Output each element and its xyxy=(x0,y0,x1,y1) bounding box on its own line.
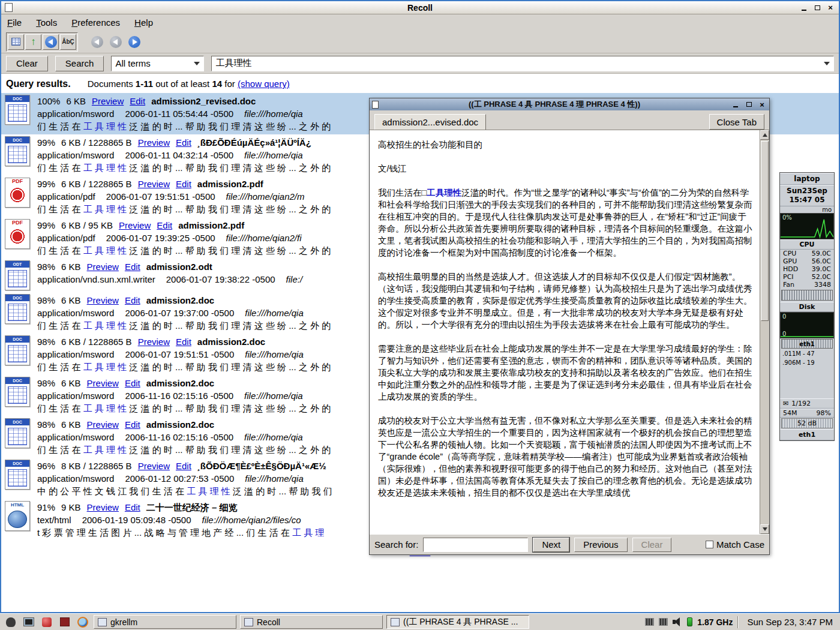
document-paragraph: 需要注意的是这些毕业后在社会上能成功发展的学生并不一定是在大学里学习成绩最好的学… xyxy=(378,343,754,403)
first-page-button[interactable] xyxy=(89,34,105,50)
edit-link[interactable]: Edit xyxy=(157,220,172,230)
result-filename: admission2.doc xyxy=(146,419,214,430)
edit-link[interactable]: Edit xyxy=(125,262,140,272)
chevron-down-icon xyxy=(824,62,830,65)
window-titlebar[interactable]: Recoll × xyxy=(1,1,839,14)
task-icon xyxy=(391,618,400,626)
snippet-post: 泛 滥 的 时 ... 帮 助 我 们 理 清 这 些 纷 ... 之 外 的 xyxy=(127,403,331,413)
menu-preferences[interactable]: Preferences xyxy=(71,17,120,28)
file-icon-art xyxy=(8,187,27,205)
result-mimetype: application/msword xyxy=(37,473,114,484)
results-for: for xyxy=(224,79,235,89)
preview-link[interactable]: Preview xyxy=(87,378,119,388)
next-page-button[interactable] xyxy=(126,34,142,50)
file-icon-art xyxy=(8,146,27,163)
task-gkrellm[interactable]: gkrellm xyxy=(94,615,236,629)
result-date: 2006-11-16 02:15:16 -0500 xyxy=(125,432,233,442)
close-button[interactable]: × xyxy=(757,100,767,109)
result-snippet: 中 的 公 平 性 文 钱 江 我 们 生 活 在 工 具 理 性 泛 滥 的 … xyxy=(37,485,332,497)
scrollbar-thumb[interactable] xyxy=(761,141,769,321)
edit-link[interactable]: Edit xyxy=(176,137,191,148)
edit-link[interactable]: Edit xyxy=(125,378,140,388)
minimize-button[interactable] xyxy=(799,3,809,12)
taskbar: gkrellm Recoll ((工 PHRASE 4 具 PHRASE ...… xyxy=(0,613,840,630)
minimize-button[interactable] xyxy=(731,100,740,109)
query-fragments-button[interactable] xyxy=(43,34,59,50)
gkrellm-monitor[interactable]: laptop Sun23Sep 15:47 05 mo 0% CPU CPU 5… xyxy=(779,172,835,441)
find-previous-button[interactable]: Previous xyxy=(574,538,627,552)
sort-button[interactable]: ↑ xyxy=(25,34,41,50)
term-explorer-button[interactable]: ÂbÇ xyxy=(60,34,76,50)
preview-link[interactable]: Preview xyxy=(119,220,151,230)
preview-link[interactable]: Preview xyxy=(87,502,119,512)
edit-link[interactable]: Edit xyxy=(125,502,140,512)
preview-link[interactable]: Preview xyxy=(138,137,170,148)
find-clear-button[interactable]: Clear xyxy=(632,538,672,552)
keyboard-layout-icon[interactable] xyxy=(645,618,654,626)
maximize-button[interactable] xyxy=(812,3,822,12)
app-launcher-2[interactable] xyxy=(58,616,72,629)
terminal-launcher[interactable] xyxy=(22,616,36,629)
result-snippet: 们 生 活 在 工 具 理 性 泛 滥 的 时 ... 帮 助 我 们 理 清 … xyxy=(37,319,331,332)
result-mimetype: application/pdf xyxy=(37,233,95,243)
find-next-button[interactable]: Next xyxy=(533,538,569,552)
result-relevance: 99% xyxy=(37,179,55,189)
edit-link[interactable]: Edit xyxy=(125,295,140,305)
close-tab-button[interactable]: Close Tab xyxy=(709,114,764,130)
clear-button[interactable]: Clear xyxy=(6,56,48,71)
terminal-icon xyxy=(23,617,34,626)
prev-page-button[interactable] xyxy=(107,34,124,50)
result-snippet: 们 生 活 在 工 具 理 性 泛 滥 的 时 ... 帮 助 我 们 理 清 … xyxy=(37,361,331,373)
task-recoll[interactable]: Recoll xyxy=(240,615,383,629)
wm-menu-launcher[interactable] xyxy=(4,616,18,629)
preview-link[interactable]: Preview xyxy=(87,419,119,430)
file-icon-art xyxy=(8,386,27,404)
result-date: 2006-11-16 02:15:16 -0500 xyxy=(125,391,233,401)
menu-file[interactable]: File xyxy=(7,17,22,28)
preview-link[interactable]: Preview xyxy=(87,262,119,272)
table-view-button[interactable] xyxy=(8,34,24,50)
file-type-label: HTML xyxy=(5,502,29,508)
search-button[interactable]: Search xyxy=(55,56,104,71)
preview-scrollbar[interactable] xyxy=(760,130,769,534)
result-relevance: 98% xyxy=(37,295,55,305)
preview-link[interactable]: Preview xyxy=(138,461,170,471)
show-query-link[interactable]: (show query) xyxy=(238,79,290,89)
preview-link[interactable]: Preview xyxy=(92,96,124,106)
task-preview[interactable]: ((工 PHRASE 4 具 PHRASE ... xyxy=(386,615,529,629)
query-combobox[interactable] xyxy=(211,56,834,71)
search-mode-select[interactable]: All terms xyxy=(111,56,204,71)
preview-link[interactable]: Preview xyxy=(87,295,119,305)
file-type-label: PDF xyxy=(5,178,29,185)
preview-link[interactable]: Preview xyxy=(138,179,170,189)
app-launcher-1[interactable] xyxy=(40,616,54,629)
result-url: file:///home/qian2/files/co xyxy=(202,515,301,525)
scroll-up-button[interactable] xyxy=(760,130,769,140)
find-input[interactable] xyxy=(423,538,528,552)
close-button[interactable]: × xyxy=(826,3,835,12)
maximize-button[interactable] xyxy=(744,100,754,109)
scroll-down-button[interactable] xyxy=(760,524,769,534)
result-url: file:///home/qian2/fi xyxy=(226,233,302,243)
match-case-checkbox[interactable] xyxy=(706,541,713,548)
preview-tab[interactable]: admission2...evised.doc xyxy=(374,114,486,130)
preview-link[interactable]: Preview xyxy=(138,337,170,347)
keyboard-layout-icon-2[interactable] xyxy=(659,618,668,626)
edit-link[interactable]: Edit xyxy=(130,96,145,106)
battery-icon[interactable] xyxy=(687,617,692,626)
edit-link[interactable]: Edit xyxy=(176,461,191,471)
menu-tools[interactable]: Tools xyxy=(36,17,57,28)
snippet-pre: 们 生 活 在 xyxy=(37,121,83,131)
edit-link[interactable]: Edit xyxy=(176,179,191,189)
preview-titlebar[interactable]: ((工 PHRASE 4 具 PHRASE 4 理 PHRASE 4 性)) × xyxy=(370,98,769,110)
result-url: file:/ xyxy=(286,274,303,284)
volume-icon[interactable] xyxy=(673,617,682,626)
search-input[interactable] xyxy=(215,58,824,68)
browser-launcher[interactable] xyxy=(76,616,90,629)
result-date: 2006-01-07 19:51:51 -0500 xyxy=(125,349,234,359)
edit-link[interactable]: Edit xyxy=(176,337,191,347)
file-icon-art xyxy=(8,511,27,528)
snippet-highlight: 工 具 理 性 xyxy=(83,245,127,256)
edit-link[interactable]: Edit xyxy=(125,419,140,430)
menu-help[interactable]: Help xyxy=(134,17,153,28)
